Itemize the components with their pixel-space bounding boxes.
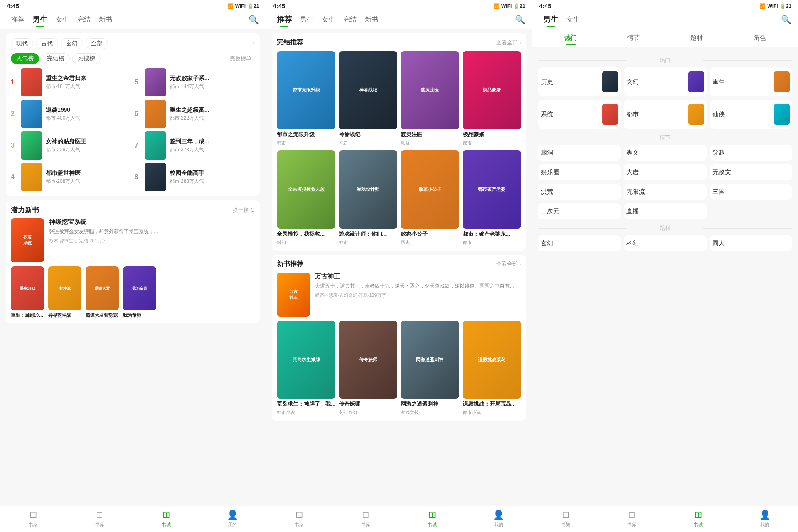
filter-hot[interactable]: 热门 xyxy=(539,32,602,44)
cat-fanfic[interactable]: 同人 xyxy=(710,235,792,251)
cat-unlimited[interactable]: 无限流 xyxy=(624,184,706,200)
cat-entertainment[interactable]: 娱乐圈 xyxy=(538,164,621,180)
rank-item-4[interactable]: 4 都市盖世神医 都市·208万人气 xyxy=(11,163,131,191)
featured-book[interactable]: 挖宝系统 神级挖宝系统 张连被拜金女友劈腿，却意外获得了挖宝系统；... 杉木·… xyxy=(11,218,255,262)
rank-meta-2: 都市·400万人气 xyxy=(46,115,131,122)
tab-female-2[interactable]: 女生 xyxy=(318,15,339,25)
nav-bookstore-1[interactable]: ⊞ 书城 xyxy=(156,510,177,528)
tab-finished-1[interactable]: 完结 xyxy=(73,15,95,25)
cat-livestream[interactable]: 直播 xyxy=(624,203,706,219)
status-time-1: 4:45 xyxy=(7,2,19,10)
cat-fantasy[interactable]: 玄幻 xyxy=(61,38,83,49)
search-icon-2[interactable]: 🔍 xyxy=(515,15,525,25)
tab-newbook-2[interactable]: 新书 xyxy=(361,15,382,25)
refresh-link[interactable]: 换一换 ↻ xyxy=(233,207,255,214)
filter-theme[interactable]: 题材 xyxy=(665,32,728,44)
rank-title-4: 都市盖世神医 xyxy=(46,170,131,177)
cat-ancient[interactable]: 古代 xyxy=(36,38,58,49)
cat-refreshing[interactable]: 爽文 xyxy=(624,145,706,161)
tab-female-3[interactable]: 女生 xyxy=(562,15,584,25)
cat-modern[interactable]: 现代 xyxy=(11,38,33,49)
completed-book-7[interactable]: 败家小公子 败家小公子 历史 xyxy=(401,150,459,246)
completed-book-8[interactable]: 都市破产老婆 都市：破产老婆东... 都市 xyxy=(463,150,521,246)
nav-bookshelf-3[interactable]: ⊟ 书架 xyxy=(555,510,576,528)
cat-2d[interactable]: 二次元 xyxy=(538,203,621,219)
cat-brainstorm[interactable]: 脑洞 xyxy=(538,145,621,161)
featured-new-book-meta: 奶茶的悲哀·玄幻奇幻·连载·139万字 xyxy=(315,292,521,298)
potential-book-1[interactable]: 重生1992 重生：回到1992当土豪 xyxy=(11,266,44,318)
nav-profile-1[interactable]: 👤 我的 xyxy=(222,510,243,528)
nav-library-2[interactable]: □ 书库 xyxy=(355,510,376,528)
rank-item-8[interactable]: 8 校园全能高手 都市·288万人气 xyxy=(135,163,255,191)
cat-fantasy[interactable]: 玄幻 xyxy=(624,67,706,96)
cat-system[interactable]: 系统 xyxy=(538,100,621,129)
cat-datang[interactable]: 大唐 xyxy=(624,164,706,180)
cat-sanguo[interactable]: 三国 xyxy=(710,184,792,200)
nav-profile-2[interactable]: 👤 我的 xyxy=(488,510,509,528)
rank-info-6: 重生之超级富... 都市·222万人气 xyxy=(170,106,255,122)
completed-book-tag-5: 科幻 xyxy=(277,239,335,246)
rank-item-1[interactable]: 1 重生之帝君归来 都市·181万人气 xyxy=(11,68,131,96)
featured-new-book[interactable]: 万古神王 万古神王 大道五十，遁去其一，余者四十九，遂天下逐之，然天道残缺，难以… xyxy=(277,273,521,317)
tab-male-2[interactable]: 男生 xyxy=(296,15,318,25)
tab-newbook-1[interactable]: 新书 xyxy=(95,15,116,25)
filter-plot[interactable]: 情节 xyxy=(602,32,665,44)
completed-book-6[interactable]: 游戏设计师 游戏设计师：你们... 都市 xyxy=(339,150,397,246)
completed-book-1[interactable]: 都市无限升级 都市之无限升级 都市 xyxy=(277,51,335,146)
cat-history[interactable]: 历史 xyxy=(538,67,621,96)
cat-invincible[interactable]: 无敌文 xyxy=(710,164,792,180)
new-book-4[interactable]: 遗愿挑战荒岛 遗愿挑战：开局荒岛... 都市小说 xyxy=(463,321,521,416)
cat-all[interactable]: 全部 xyxy=(86,38,108,49)
cat-reborn[interactable]: 重生 xyxy=(710,67,792,96)
tab-male-1[interactable]: 男生 xyxy=(28,14,52,25)
new-book-see-all[interactable]: 查看全部 › xyxy=(496,260,521,268)
cat-scifi[interactable]: 科幻 xyxy=(624,235,706,251)
completed-see-all[interactable]: 查看全部 › xyxy=(496,39,521,47)
search-icon-3[interactable]: 🔍 xyxy=(781,15,791,25)
nav-bookshelf-1[interactable]: ⊟ 书架 xyxy=(23,510,44,528)
full-list-link[interactable]: 完整榜单 › xyxy=(230,55,255,62)
rank-tab-popular[interactable]: 人气榜 xyxy=(11,53,39,64)
filter-role[interactable]: 角色 xyxy=(728,32,791,44)
rank-tab-finished[interactable]: 完结榜 xyxy=(42,53,70,64)
rank-tab-hot[interactable]: 热搜榜 xyxy=(72,53,101,64)
completed-book-2[interactable]: 神眷战纪 神眷战纪 玄幻 xyxy=(339,51,397,146)
nav-bookshelf-2[interactable]: ⊟ 书架 xyxy=(289,510,310,528)
featured-new-info: 万古神王 大道五十，遁去其一，余者四十九，遂天下逐之，然天道残缺，难以得道。冥冥… xyxy=(315,273,521,317)
rank-tab-row: 人气榜 完结榜 热搜榜 完整榜单 › xyxy=(11,53,255,64)
cat-xianxia[interactable]: 仙侠 xyxy=(710,100,792,129)
tab-male-3[interactable]: 男生 xyxy=(539,14,562,25)
tab-finished-2[interactable]: 完结 xyxy=(339,15,361,25)
rank-item-6[interactable]: 6 重生之超级富... 都市·222万人气 xyxy=(135,100,255,128)
nav-library-3[interactable]: □ 书库 xyxy=(621,510,642,528)
tab-recommend-1[interactable]: 推荐 xyxy=(7,15,28,25)
rank-item-3[interactable]: 3 女神的贴身医王 都市·229万人气 xyxy=(11,131,131,160)
cat-xuanhuan[interactable]: 玄幻 xyxy=(538,235,621,251)
arrow-right-icon[interactable]: › xyxy=(253,40,255,47)
cat-timewarp[interactable]: 穿越 xyxy=(710,145,792,161)
rank-item-7[interactable]: 7 签到三年，成... 都市·373万人气 xyxy=(135,131,255,160)
cat-honghuang[interactable]: 洪荒 xyxy=(538,184,621,200)
potential-book-3[interactable]: 霸道大君 霸道大君强势宠 xyxy=(86,266,119,318)
new-book-2[interactable]: 传奇妖师 传奇妖师 玄幻奇幻 xyxy=(339,321,397,416)
library-label: 书库 xyxy=(95,522,104,528)
new-book-3[interactable]: 网游逍遥刺神 网游之逍遥刺神 游戏竞技 xyxy=(401,321,459,416)
nav-bookstore-2[interactable]: ⊞ 书城 xyxy=(422,510,443,528)
rank-item-2[interactable]: 2 逆袭1990 都市·400万人气 xyxy=(11,100,131,128)
new-book-1[interactable]: 荒岛求生摊牌 荒岛求生：摊牌了，我... 都市小说 xyxy=(277,321,335,416)
nav-library-1[interactable]: □ 书库 xyxy=(89,510,110,528)
nav-bookstore-3[interactable]: ⊞ 书城 xyxy=(688,510,709,528)
tab-recommend-2[interactable]: 推荐 xyxy=(273,14,296,25)
potential-book-2[interactable]: 乾坤战 异界乾坤战 xyxy=(48,266,81,318)
cat-urban[interactable]: 都市 xyxy=(624,100,706,129)
nav-profile-3[interactable]: 👤 我的 xyxy=(754,510,775,528)
bookshelf-label: 书架 xyxy=(29,522,38,528)
search-icon-1[interactable]: 🔍 xyxy=(249,15,259,25)
potential-book-4[interactable]: 我为帝师 我为帝师 xyxy=(123,266,156,318)
tab-female-1[interactable]: 女生 xyxy=(52,15,73,25)
rank-item-5[interactable]: 5 无敌败家子系... 都市·144万人气 xyxy=(135,68,255,96)
completed-book-5[interactable]: 全民模拟拯救人族 全民模拟，我拯救... 科幻 xyxy=(277,150,335,246)
potential-cover-3: 霸道大君 xyxy=(86,266,119,310)
completed-book-4[interactable]: 极品豪婿 极品豪婿 都市 xyxy=(463,51,521,146)
completed-book-3[interactable]: 渡灵法医 渡灵法医 悬疑 xyxy=(401,51,459,146)
